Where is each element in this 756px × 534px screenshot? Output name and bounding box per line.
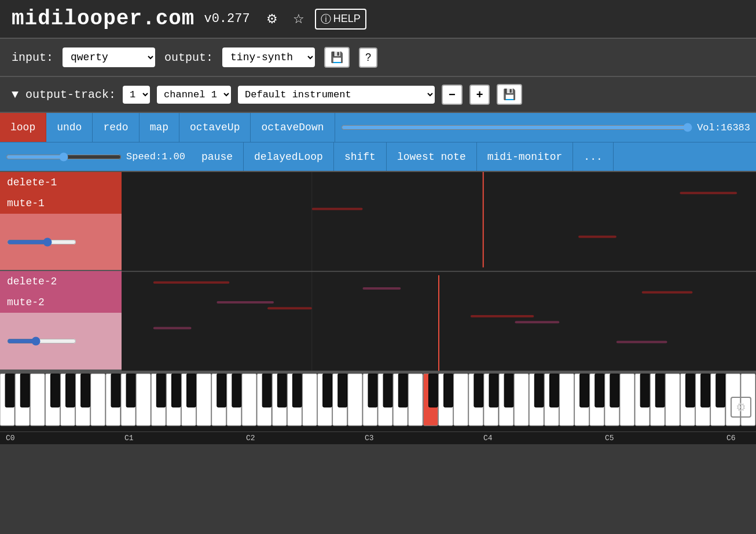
toolbar-row1: loop undo redo map octaveUp octaveDown V… [0, 113, 756, 142]
delete-track-1-button[interactable]: delete-1 [0, 172, 122, 193]
channel-select[interactable]: channel 1channel 2 [157, 86, 231, 104]
svg-rect-75[interactable] [187, 374, 196, 407]
track-plus-button[interactable]: + [469, 85, 490, 105]
svg-rect-90[interactable] [504, 374, 513, 407]
svg-rect-39[interactable] [348, 374, 362, 426]
track-2-volume-slider[interactable] [7, 337, 76, 346]
svg-rect-22[interactable] [91, 374, 105, 426]
settings-icon-button[interactable]: ⚙ [262, 9, 282, 29]
octave-up-button[interactable]: octaveUp [179, 113, 251, 142]
svg-rect-82[interactable] [338, 374, 347, 407]
svg-rect-74[interactable] [172, 374, 181, 407]
svg-rect-53[interactable] [559, 374, 574, 426]
star-icon-button[interactable]: ☆ [288, 9, 309, 29]
svg-rect-99[interactable] [701, 374, 710, 407]
svg-rect-86[interactable] [429, 374, 438, 407]
svg-rect-68[interactable] [51, 374, 60, 407]
track-save-button[interactable]: 💾 [497, 84, 522, 105]
svg-rect-73[interactable] [156, 374, 166, 407]
svg-rect-89[interactable] [489, 374, 498, 407]
svg-rect-36[interactable] [302, 374, 317, 426]
svg-rect-96[interactable] [640, 374, 649, 407]
svg-rect-70[interactable] [81, 374, 90, 407]
svg-rect-81[interactable] [323, 374, 332, 407]
svg-rect-25[interactable] [136, 374, 151, 426]
piano-svg[interactable]: .wk { fill: white; stroke: #888; stroke-… [0, 374, 756, 431]
output-help-button[interactable]: ? [359, 47, 377, 68]
svg-rect-43[interactable] [408, 374, 423, 426]
svg-rect-10 [362, 287, 401, 290]
track-number-select[interactable]: 123 [123, 86, 150, 104]
help-button[interactable]: ⓘ HELP [315, 9, 366, 30]
svg-rect-66[interactable] [5, 374, 14, 407]
svg-rect-88[interactable] [474, 374, 483, 407]
svg-rect-84[interactable] [383, 374, 392, 407]
redo-button[interactable]: redo [93, 113, 139, 142]
input-label: input: [12, 51, 53, 64]
track-1-controls: delete-1 mute-1 [0, 172, 122, 271]
undo-button[interactable]: undo [46, 113, 93, 142]
track-minus-button[interactable]: − [442, 85, 463, 105]
svg-rect-57[interactable] [620, 374, 634, 426]
svg-rect-67[interactable] [20, 374, 30, 407]
svg-rect-100[interactable] [716, 374, 725, 407]
svg-rect-69[interactable] [66, 374, 75, 407]
svg-rect-78[interactable] [262, 374, 271, 407]
delayed-loop-button[interactable]: delayedLoop [244, 142, 334, 171]
svg-rect-29[interactable] [197, 374, 211, 426]
svg-rect-32[interactable] [242, 374, 256, 426]
piano-keyboard: .wk { fill: white; stroke: #888; stroke-… [0, 372, 756, 444]
output-save-button[interactable]: 💾 [324, 47, 350, 68]
svg-rect-50[interactable] [514, 374, 529, 426]
track-triangle-icon: ▼ [12, 88, 19, 101]
svg-rect-76[interactable] [217, 374, 226, 407]
svg-rect-87[interactable] [444, 374, 453, 407]
svg-rect-94[interactable] [595, 374, 604, 407]
volume-label: Vol:16383 [697, 122, 750, 133]
midi-monitor-button[interactable]: midi-monitor [477, 142, 574, 171]
lowest-note-button[interactable]: lowest note [387, 142, 477, 171]
map-button[interactable]: map [140, 113, 179, 142]
mute-track-2-button[interactable]: mute-2 [0, 292, 122, 313]
svg-rect-93[interactable] [580, 374, 589, 407]
svg-rect-83[interactable] [368, 374, 377, 407]
pause-button[interactable]: pause [191, 142, 244, 171]
instrument-select[interactable]: Default instrument [238, 86, 435, 104]
svg-rect-72[interactable] [126, 374, 135, 407]
svg-rect-98[interactable] [686, 374, 695, 407]
svg-rect-77[interactable] [232, 374, 241, 407]
svg-rect-92[interactable] [550, 374, 559, 407]
input-select[interactable]: qwerty [63, 47, 155, 67]
svg-rect-91[interactable] [534, 374, 544, 407]
delete-track-2-button[interactable]: delete-2 [0, 271, 122, 292]
more-button[interactable]: ... [573, 142, 613, 171]
octave-down-button[interactable]: octaveDown [251, 113, 335, 142]
svg-rect-8 [642, 291, 693, 294]
loop-button[interactable]: loop [0, 113, 46, 142]
mute-track-1-button[interactable]: mute-1 [0, 193, 122, 214]
svg-rect-80[interactable] [292, 374, 302, 407]
svg-rect-2 [312, 208, 363, 210]
track-1-volume-slider[interactable] [7, 237, 76, 247]
toolbar: loop undo redo map octaveUp octaveDown V… [0, 113, 756, 172]
svg-rect-79[interactable] [277, 374, 287, 407]
svg-rect-18[interactable] [30, 374, 45, 426]
piano-settings-button[interactable]: ⚙ [731, 397, 751, 418]
piano-label-c2: C2 [246, 434, 255, 442]
svg-rect-60[interactable] [665, 374, 680, 426]
svg-rect-71[interactable] [111, 374, 120, 407]
svg-rect-85[interactable] [398, 374, 408, 407]
track-row: ▼ output-track: 123 channel 1channel 2 D… [0, 77, 756, 113]
output-select[interactable]: tiny-synth [222, 47, 315, 67]
volume-slider[interactable] [341, 125, 693, 130]
main-content: delete-1 mute-1 delete-2 mute-2 [0, 172, 756, 372]
shift-button[interactable]: shift [334, 142, 387, 171]
svg-rect-11 [216, 301, 274, 303]
svg-rect-46[interactable] [454, 374, 468, 426]
speed-slider[interactable] [6, 152, 122, 162]
piano-roll[interactable] [122, 172, 756, 371]
piano-label-c3: C3 [365, 434, 374, 442]
piano-labels: C0C1C2C3C4C5C6 [0, 431, 756, 444]
svg-rect-95[interactable] [610, 374, 619, 407]
svg-rect-97[interactable] [655, 374, 665, 407]
